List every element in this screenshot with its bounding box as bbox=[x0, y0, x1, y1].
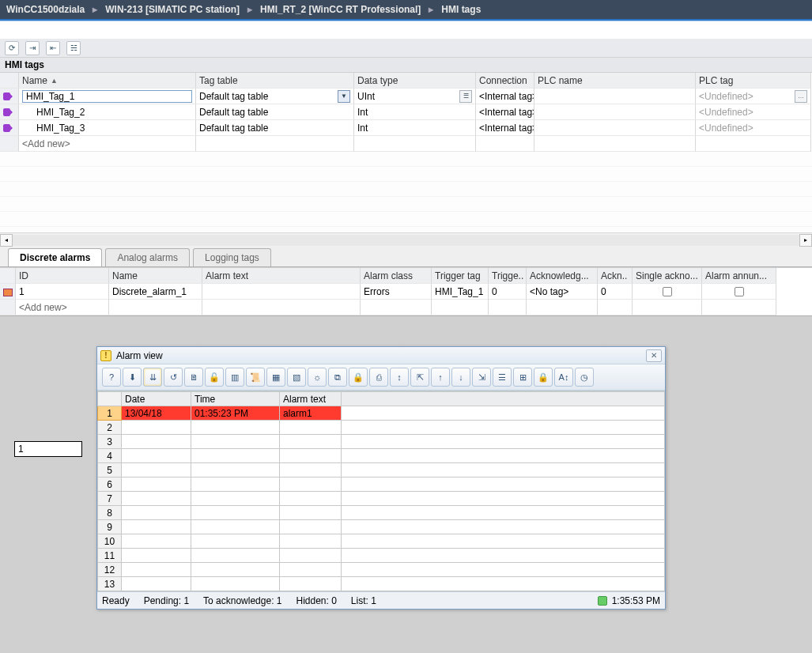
alarm-time-cell[interactable]: 01:35:23 PM bbox=[191, 406, 280, 421]
tab-analog-alarms[interactable]: Analog alarms bbox=[105, 248, 190, 266]
add-new-alarm[interactable]: <Add new> bbox=[16, 300, 109, 315]
row-number[interactable]: 13 bbox=[98, 577, 122, 591]
list-picker-icon[interactable]: ☰ bbox=[459, 90, 472, 103]
alarm-id-cell[interactable]: 1 bbox=[16, 284, 109, 300]
ack-bit-cell[interactable]: 0 bbox=[598, 284, 633, 300]
export-icon[interactable]: ⇥ bbox=[25, 41, 40, 55]
col-trigger-tag[interactable]: Trigger tag bbox=[432, 268, 489, 284]
clock-icon[interactable]: ◷ bbox=[575, 368, 594, 387]
tag-name-cell[interactable]: HMI_Tag_2 bbox=[19, 104, 196, 120]
copy-icon[interactable]: ⧉ bbox=[328, 368, 347, 387]
alarm-annun-cell[interactable] bbox=[702, 284, 776, 300]
list-icon[interactable]: ☰ bbox=[493, 368, 512, 387]
plcname-cell[interactable] bbox=[534, 120, 696, 136]
single-ack-icon[interactable]: ⬇ bbox=[123, 368, 142, 387]
col-name[interactable]: Name▲ bbox=[19, 73, 196, 89]
filter-1-icon[interactable]: ▦ bbox=[266, 368, 285, 387]
tag-name-cell[interactable] bbox=[19, 89, 196, 104]
col-alarm-name[interactable]: Name bbox=[109, 268, 202, 284]
trigger-tag-cell[interactable]: HMI_Tag_1 bbox=[432, 284, 489, 300]
row-number[interactable]: 3 bbox=[98, 435, 122, 449]
stats-icon[interactable]: ▥ bbox=[225, 368, 244, 387]
breadcrumb-item[interactable]: WinCC1500dziala bbox=[6, 4, 85, 15]
datatype-cell[interactable]: Int bbox=[354, 120, 476, 136]
alarm-text-cell[interactable] bbox=[202, 284, 361, 300]
alarm-view-titlebar[interactable]: ! Alarm view ✕ bbox=[97, 347, 665, 364]
breadcrumb-item[interactable]: HMI tags bbox=[441, 4, 481, 15]
vscroll-icon[interactable]: ↕ bbox=[390, 368, 409, 387]
tab-logging-tags[interactable]: Logging tags bbox=[193, 248, 271, 266]
row-number[interactable]: 6 bbox=[98, 477, 122, 492]
row-number[interactable]: 1 bbox=[98, 406, 122, 421]
first-icon[interactable]: ⇱ bbox=[410, 368, 429, 387]
col-alarm-class[interactable]: Alarm class bbox=[361, 268, 432, 284]
help-icon[interactable]: ? bbox=[102, 368, 121, 387]
col-single-ack[interactable]: Single ackno... bbox=[633, 268, 702, 284]
breadcrumb[interactable]: WinCC1500dziala ▸ WIN-213 [SIMATIC PC st… bbox=[0, 0, 812, 19]
row-number[interactable]: 10 bbox=[98, 534, 122, 549]
up-icon[interactable]: ↑ bbox=[431, 368, 450, 387]
filter-2-icon[interactable]: ▧ bbox=[287, 368, 306, 387]
lock-icon[interactable]: 🔒 bbox=[349, 368, 368, 387]
plctag-cell[interactable]: <Undefined> bbox=[696, 104, 811, 120]
col-datatype[interactable]: Data type bbox=[354, 73, 476, 89]
col-trigger-bit[interactable]: Trigge.. bbox=[489, 268, 527, 284]
col-id[interactable]: ID bbox=[16, 268, 109, 284]
col-tagtable[interactable]: Tag table bbox=[196, 73, 354, 89]
row-number[interactable]: 11 bbox=[98, 549, 122, 563]
settings-icon[interactable]: ☵ bbox=[66, 41, 81, 55]
row-number[interactable]: 2 bbox=[98, 421, 122, 435]
scroll-right-icon[interactable]: ▸ bbox=[799, 234, 812, 247]
horizontal-scrollbar[interactable]: ◂ ▸ bbox=[0, 232, 812, 247]
tag-name-cell[interactable]: HMI_Tag_3 bbox=[19, 120, 196, 136]
dropdown-icon[interactable]: ▼ bbox=[338, 90, 350, 103]
row-number[interactable]: 12 bbox=[98, 563, 122, 577]
col-ack-bit[interactable]: Ackn.. bbox=[598, 268, 633, 284]
tab-discrete-alarms[interactable]: Discrete alarms bbox=[8, 248, 102, 266]
tag-table-cell[interactable]: Default tag table ▼ bbox=[196, 89, 354, 104]
col-date[interactable]: Date bbox=[122, 392, 191, 406]
close-icon[interactable]: ✕ bbox=[646, 349, 662, 362]
datatype-cell[interactable]: UInt ☰ bbox=[354, 89, 476, 104]
single-ack-cell[interactable] bbox=[633, 284, 702, 300]
loop-in-icon[interactable]: ↺ bbox=[164, 368, 183, 387]
checkbox[interactable] bbox=[663, 287, 672, 296]
tag-name-input[interactable] bbox=[22, 90, 192, 103]
runtime-value-box[interactable]: 1 bbox=[14, 441, 82, 457]
alarm-class-cell[interactable]: Errors bbox=[361, 284, 432, 300]
tag-table-cell[interactable]: Default tag table bbox=[196, 104, 354, 120]
col-plctag[interactable]: PLC tag bbox=[696, 73, 811, 89]
scroll-icon[interactable]: 📜 bbox=[246, 368, 265, 387]
plctag-cell[interactable]: <Undefined> bbox=[696, 120, 811, 136]
plctag-cell[interactable]: <Undefined> … bbox=[696, 89, 811, 104]
col-alarm-text[interactable]: Alarm text bbox=[202, 268, 361, 284]
col-alarm-annun[interactable]: Alarm annun... bbox=[702, 268, 776, 284]
plcname-cell[interactable] bbox=[534, 89, 696, 104]
breadcrumb-item[interactable]: HMI_RT_2 [WinCC RT Professional] bbox=[260, 4, 421, 15]
row-number[interactable]: 4 bbox=[98, 449, 122, 463]
connection-cell[interactable]: <Internal tag> bbox=[476, 120, 534, 136]
checkbox[interactable] bbox=[735, 287, 744, 296]
down-icon[interactable]: ↓ bbox=[451, 368, 470, 387]
import-icon[interactable]: ⇤ bbox=[46, 41, 60, 55]
row-number[interactable]: 9 bbox=[98, 520, 122, 534]
group-ack-icon[interactable]: ⇊ bbox=[143, 368, 162, 387]
trigger-bit-cell[interactable]: 0 bbox=[489, 284, 527, 300]
row-number[interactable]: 8 bbox=[98, 506, 122, 520]
sort-icon[interactable]: A↕ bbox=[554, 368, 573, 387]
col-ack-tag[interactable]: Acknowledg... bbox=[527, 268, 598, 284]
plcname-cell[interactable] bbox=[534, 104, 696, 120]
col-time[interactable]: Time bbox=[191, 392, 280, 406]
scroll-left-icon[interactable]: ◂ bbox=[0, 234, 13, 247]
connection-cell[interactable]: <Internal tag> bbox=[476, 104, 534, 120]
print-icon[interactable]: ⎙ bbox=[369, 368, 388, 387]
connection-cell[interactable]: <Internal tag> … bbox=[476, 89, 534, 104]
row-number[interactable]: 7 bbox=[98, 492, 122, 506]
add-new-tag[interactable]: <Add new> bbox=[19, 136, 196, 152]
alarm-name-cell[interactable]: Discrete_alarm_1 bbox=[109, 284, 202, 300]
tree-icon[interactable]: ⊞ bbox=[513, 368, 532, 387]
col-alarmtext[interactable]: Alarm text bbox=[280, 392, 342, 406]
last-icon[interactable]: ⇲ bbox=[472, 368, 491, 387]
col-plcname[interactable]: PLC name bbox=[534, 73, 696, 89]
alarm-date-cell[interactable]: 13/04/18 bbox=[122, 406, 191, 421]
